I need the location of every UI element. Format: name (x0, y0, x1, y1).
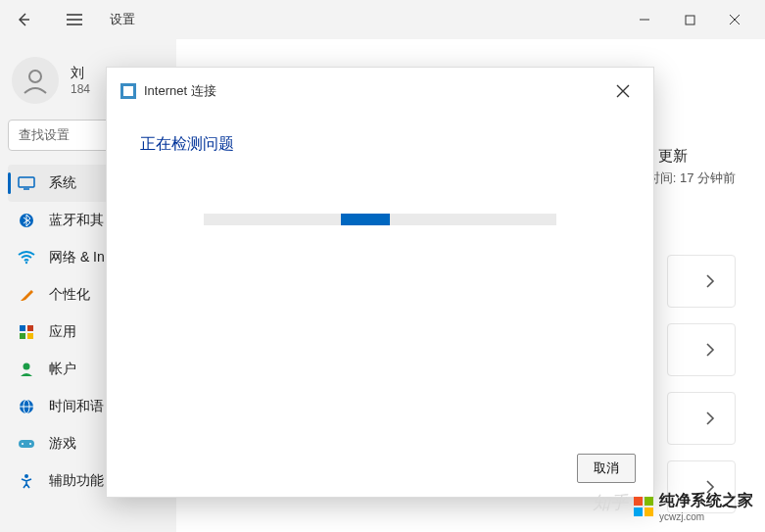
svg-rect-18 (634, 497, 643, 506)
chevron-right-icon (705, 343, 715, 357)
profile-sub: 184 (71, 82, 90, 96)
brush-icon (18, 286, 35, 304)
arrow-left-icon (16, 12, 31, 27)
maximize-icon (685, 15, 695, 25)
svg-point-14 (29, 443, 31, 445)
progress-bar (204, 214, 556, 225)
globe-icon (18, 398, 35, 415)
svg-point-4 (25, 262, 27, 264)
troubleshooter-dialog: Internet 连接 正在检测问题 取消 (106, 67, 654, 498)
svg-rect-17 (123, 86, 133, 96)
watermark-url: ycwzj.com (659, 511, 753, 522)
avatar (12, 57, 59, 104)
sidebar-item-label: 网络 & In (49, 249, 105, 266)
sidebar-item-label: 应用 (49, 323, 76, 341)
svg-rect-2 (19, 177, 34, 187)
svg-rect-19 (645, 497, 653, 506)
svg-rect-20 (634, 508, 643, 516)
settings-row[interactable] (667, 255, 736, 308)
gaming-icon (18, 435, 35, 453)
svg-rect-6 (27, 325, 33, 331)
cancel-button[interactable]: 取消 (577, 454, 636, 483)
chevron-right-icon (705, 274, 715, 288)
person-icon (21, 66, 50, 95)
close-icon (729, 14, 741, 25)
dialog-heading: 正在检测问题 (140, 134, 620, 155)
maximize-button[interactable] (667, 4, 712, 35)
dialog-title: Internet 连接 (144, 82, 216, 100)
sidebar-item-label: 系统 (49, 174, 76, 192)
close-icon (616, 84, 630, 98)
back-button[interactable] (8, 4, 39, 35)
hamburger-icon (67, 14, 82, 25)
svg-point-13 (22, 443, 24, 445)
dialog-close-button[interactable] (606, 77, 640, 105)
minimize-button[interactable] (622, 4, 667, 35)
zhihu-watermark: 知乎 (593, 491, 628, 514)
menu-button[interactable] (59, 4, 90, 35)
svg-point-15 (24, 474, 28, 478)
accessibility-icon (18, 472, 35, 490)
svg-rect-7 (20, 333, 25, 339)
troubleshoot-icon (120, 83, 136, 99)
sidebar-item-label: 蓝牙和其 (49, 212, 104, 229)
sidebar-item-label: 帐户 (49, 361, 76, 378)
wifi-icon (18, 249, 35, 266)
svg-point-9 (24, 363, 30, 370)
watermark: 纯净系统之家 ycwzj.com (634, 491, 753, 522)
minimize-icon (639, 14, 650, 25)
app-title: 设置 (110, 11, 135, 28)
system-icon (18, 174, 35, 192)
apps-icon (18, 323, 35, 341)
svg-rect-21 (645, 508, 653, 516)
svg-point-1 (29, 71, 41, 82)
settings-row[interactable] (667, 323, 736, 376)
svg-rect-5 (20, 325, 25, 331)
windows-logo-icon (634, 497, 653, 516)
settings-row[interactable] (667, 392, 736, 445)
svg-rect-0 (686, 16, 694, 24)
sidebar-item-label: 游戏 (49, 435, 76, 453)
titlebar: 设置 (0, 0, 765, 39)
update-subtitle: 时间: 17 分钟前 (647, 169, 736, 187)
update-title: s 更新 (647, 147, 736, 166)
svg-rect-8 (27, 333, 33, 339)
sidebar-item-label: 时间和语 (49, 398, 104, 415)
account-icon (18, 361, 35, 378)
close-button[interactable] (712, 4, 757, 35)
bluetooth-icon (18, 212, 35, 229)
sidebar-item-label: 个性化 (49, 286, 90, 304)
sidebar-item-label: 辅助功能 (49, 472, 104, 490)
chevron-right-icon (705, 411, 715, 425)
watermark-text: 纯净系统之家 (659, 491, 753, 511)
progress-fill (341, 214, 390, 225)
profile-name: 刘 (71, 65, 90, 82)
svg-rect-12 (19, 440, 34, 448)
